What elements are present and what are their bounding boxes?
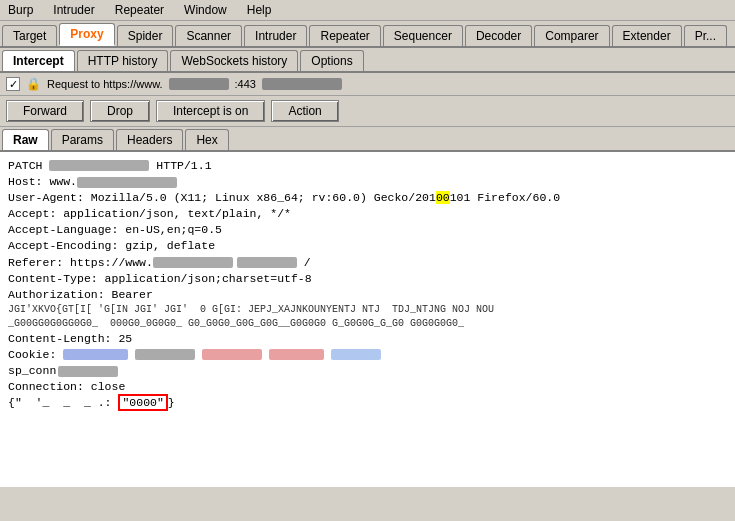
tab-scanner[interactable]: Scanner bbox=[175, 25, 242, 46]
menu-burp[interactable]: Burp bbox=[4, 2, 37, 18]
tab-options[interactable]: Options bbox=[300, 50, 363, 71]
tab-websockets-history[interactable]: WebSockets history bbox=[170, 50, 298, 71]
tab-repeater[interactable]: Repeater bbox=[309, 25, 380, 46]
tab-decoder[interactable]: Decoder bbox=[465, 25, 532, 46]
line-cookie: Cookie: bbox=[8, 347, 727, 363]
menu-intruder[interactable]: Intruder bbox=[49, 2, 98, 18]
lock-icon: 🔒 bbox=[26, 77, 41, 91]
tab-params[interactable]: Params bbox=[51, 129, 114, 150]
menu-bar: Burp Intruder Repeater Window Help bbox=[0, 0, 735, 21]
tab-hex[interactable]: Hex bbox=[185, 129, 228, 150]
tab-comparer[interactable]: Comparer bbox=[534, 25, 609, 46]
tab-intruder[interactable]: Intruder bbox=[244, 25, 307, 46]
line-user-agent: User-Agent: Mozilla/5.0 (X11; Linux x86_… bbox=[8, 190, 727, 206]
sub-tab-bar: Intercept HTTP history WebSockets histor… bbox=[0, 48, 735, 73]
main-tab-bar: Target Proxy Spider Scanner Intruder Rep… bbox=[0, 21, 735, 48]
tab-intercept[interactable]: Intercept bbox=[2, 50, 75, 71]
action-bar: Forward Drop Intercept is on Action bbox=[0, 96, 735, 127]
line-patch: PATCH HTTP/1.1 bbox=[8, 158, 727, 174]
line-auth: Authorization: Bearer bbox=[8, 287, 727, 303]
request-checkbox[interactable]: ✓ bbox=[6, 77, 20, 91]
line-content-length: Content-Length: 25 bbox=[8, 331, 727, 347]
line-content-type: Content-Type: application/json;charset=u… bbox=[8, 271, 727, 287]
host-blur bbox=[169, 78, 229, 90]
line-accept: Accept: application/json, text/plain, */… bbox=[8, 206, 727, 222]
tab-http-history[interactable]: HTTP history bbox=[77, 50, 169, 71]
line-scrambled2: _G00GG0G0GG0G0_ 000G0_0G0G0_ G0_G0G0_G0G… bbox=[8, 317, 727, 331]
line-connection: Connection: close bbox=[8, 379, 727, 395]
tab-pr[interactable]: Pr... bbox=[684, 25, 727, 46]
content-tab-bar: Raw Params Headers Hex bbox=[0, 127, 735, 152]
tab-proxy[interactable]: Proxy bbox=[59, 23, 114, 46]
line-accept-language: Accept-Language: en-US,en;q=0.5 bbox=[8, 222, 727, 238]
line-sp-conn: sp_conn bbox=[8, 363, 727, 379]
tab-sequencer[interactable]: Sequencer bbox=[383, 25, 463, 46]
request-bar: ✓ 🔒 Request to https://www. :443 bbox=[0, 73, 735, 96]
line-referer: Referer: https://www. / bbox=[8, 255, 727, 271]
forward-button[interactable]: Forward bbox=[6, 100, 84, 122]
tab-raw[interactable]: Raw bbox=[2, 129, 49, 150]
content-area[interactable]: PATCH HTTP/1.1 Host: www. User-Agent: Mo… bbox=[0, 152, 735, 487]
line-accept-encoding: Accept-Encoding: gzip, deflate bbox=[8, 238, 727, 254]
tab-extender[interactable]: Extender bbox=[612, 25, 682, 46]
tab-spider[interactable]: Spider bbox=[117, 25, 174, 46]
action-button[interactable]: Action bbox=[271, 100, 338, 122]
menu-help[interactable]: Help bbox=[243, 2, 276, 18]
line-host: Host: www. bbox=[8, 174, 727, 190]
line-scrambled1: JGI'XKVO{GT[I[ 'G[IN JGI' JGI' 0 G[GI: J… bbox=[8, 303, 727, 317]
request-label: Request to https://www. bbox=[47, 78, 163, 90]
port-label: :443 bbox=[235, 78, 256, 90]
menu-window[interactable]: Window bbox=[180, 2, 231, 18]
intercept-toggle[interactable]: Intercept is on bbox=[156, 100, 265, 122]
menu-repeater[interactable]: Repeater bbox=[111, 2, 168, 18]
line-last: {" '_ _ _ .: "0000"} bbox=[8, 395, 727, 411]
drop-button[interactable]: Drop bbox=[90, 100, 150, 122]
tab-headers[interactable]: Headers bbox=[116, 129, 183, 150]
tab-target[interactable]: Target bbox=[2, 25, 57, 46]
suffix-blur bbox=[262, 78, 342, 90]
